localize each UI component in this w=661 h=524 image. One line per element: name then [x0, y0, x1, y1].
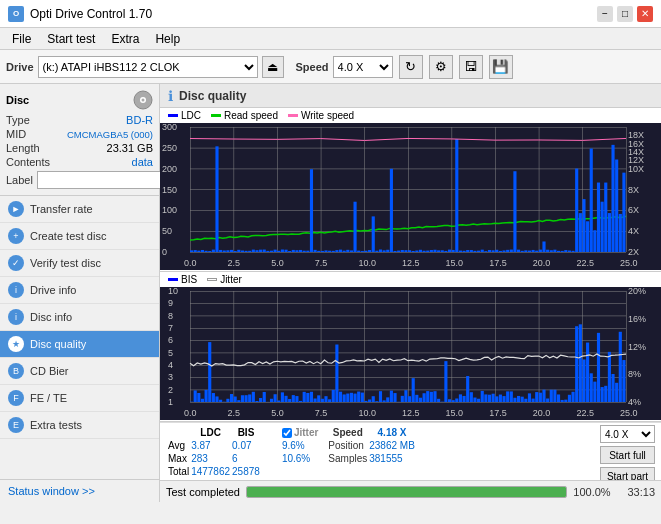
disc-quality-icon-header: ℹ [168, 88, 173, 104]
ldc-header: LDC [191, 427, 230, 438]
samples-label: Samples [320, 453, 367, 464]
disc-mid-row: MID CMCMAGBA5 (000) [6, 128, 153, 140]
write-color [288, 114, 298, 117]
speed-select[interactable]: 4.0 X [333, 56, 393, 78]
main-content: ℹ Disc quality LDC Read speed [160, 84, 661, 502]
sidebar-item-fe-te[interactable]: F FE / TE [0, 385, 159, 412]
total-bis: 25878 [232, 466, 260, 477]
total-ldc: 1477862 [191, 466, 230, 477]
titlebar-controls: − □ ✕ [597, 6, 653, 22]
maximize-button[interactable]: □ [617, 6, 633, 22]
titlebar-left: O Opti Drive Control 1.70 [8, 6, 152, 22]
main-area: Disc Type BD-R MID CMCMAGBA5 (000) Lengt… [0, 84, 661, 502]
sidebar-item-disc-quality[interactable]: ★ Disc quality [0, 331, 159, 358]
avg-row: Avg 3.87 0.07 9.6% Position 23862 MB [168, 440, 415, 451]
legend-jitter: Jitter [207, 274, 242, 285]
drive-select[interactable]: (k:) ATAPI iHBS112 2 CLOK [38, 56, 258, 78]
menu-start-test[interactable]: Start test [39, 30, 103, 48]
disc-info-icon: i [8, 309, 24, 325]
speed-label: Speed [296, 61, 329, 73]
sidebar-item-transfer-rate[interactable]: ► Transfer rate [0, 196, 159, 223]
action-buttons: 4.0 X Start full Start part [600, 425, 655, 485]
config-button1[interactable]: ⚙ [429, 55, 453, 79]
status-window-label: Status window >> [8, 485, 95, 497]
config-button2[interactable]: 🖫 [459, 55, 483, 79]
speed-header-label: Speed [320, 427, 367, 438]
max-bis: 6 [232, 453, 260, 464]
menu-file[interactable]: File [4, 30, 39, 48]
status-text: Test completed [166, 486, 240, 498]
disc-label-row: Label 🔍 [6, 171, 153, 189]
legend-write: Write speed [288, 110, 354, 121]
disc-contents-value: data [132, 156, 153, 168]
speed-row: 4.0 X [600, 425, 655, 443]
menu-extra[interactable]: Extra [103, 30, 147, 48]
bis-color [168, 278, 178, 281]
disc-label-input[interactable] [37, 171, 170, 189]
progress-percent: 100.0% [573, 486, 611, 498]
charts-area: LDC Read speed Write speed [160, 108, 661, 422]
disc-length-row: Length 23.31 GB [6, 142, 153, 154]
max-row: Max 283 6 10.6% Samples 381555 [168, 453, 415, 464]
svg-point-2 [142, 99, 145, 102]
sidebar-item-create-test-disc[interactable]: + Create test disc [0, 223, 159, 250]
minimize-button[interactable]: − [597, 6, 613, 22]
jitter-header: Jitter [282, 427, 318, 438]
chart2-legend: BIS Jitter [160, 272, 661, 287]
jitter-checkbox[interactable] [282, 428, 292, 438]
menu-help[interactable]: Help [147, 30, 188, 48]
max-ldc: 283 [191, 453, 230, 464]
sidebar-item-drive-info[interactable]: i Drive info [0, 277, 159, 304]
close-button[interactable]: ✕ [637, 6, 653, 22]
time-display: 33:13 [617, 486, 655, 498]
drivebar: Drive (k:) ATAPI iHBS112 2 CLOK ⏏ Speed … [0, 50, 661, 84]
legend-read: Read speed [211, 110, 278, 121]
drive-label: Drive [6, 61, 34, 73]
data-table-area: LDC BIS Jitter Speed 4.18 X Avg 3.87 [160, 422, 661, 480]
max-jitter: 10.6% [282, 453, 318, 464]
progress-fill [247, 487, 566, 497]
chart2-container: BIS Jitter [160, 272, 661, 422]
avg-bis: 0.07 [232, 440, 260, 451]
sidebar-item-disc-info[interactable]: i Disc info [0, 304, 159, 331]
disc-type-row: Type BD-R [6, 114, 153, 126]
samples-val: 381555 [369, 453, 415, 464]
sidebar: Disc Type BD-R MID CMCMAGBA5 (000) Lengt… [0, 84, 160, 502]
start-full-button[interactable]: Start full [600, 446, 655, 464]
avg-ldc: 3.87 [191, 440, 230, 451]
stats-table: LDC BIS Jitter Speed 4.18 X Avg 3.87 [166, 425, 417, 479]
speed-dropdown[interactable]: 4.0 X [600, 425, 655, 443]
ldc-chart [160, 123, 661, 270]
menubar: File Start test Extra Help [0, 28, 661, 50]
sidebar-item-cd-bier[interactable]: B CD Bier [0, 358, 159, 385]
disc-section: Disc Type BD-R MID CMCMAGBA5 (000) Lengt… [0, 84, 159, 196]
bis-chart [160, 287, 661, 420]
disc-length-value: 23.31 GB [107, 142, 153, 154]
extra-tests-icon: E [8, 417, 24, 433]
bottombar: Test completed 100.0% 33:13 [160, 480, 661, 502]
sidebar-item-extra-tests[interactable]: E Extra tests [0, 412, 159, 439]
chart1-container: LDC Read speed Write speed [160, 108, 661, 272]
position-val: 23862 MB [369, 440, 415, 451]
transfer-rate-icon: ► [8, 201, 24, 217]
bis-header: BIS [232, 427, 260, 438]
titlebar: O Opti Drive Control 1.70 − □ ✕ [0, 0, 661, 28]
save-button[interactable]: 💾 [489, 55, 513, 79]
disc-header: Disc [6, 90, 153, 110]
app-title: Opti Drive Control 1.70 [30, 7, 152, 21]
verify-test-icon: ✓ [8, 255, 24, 271]
drive-info-icon: i [8, 282, 24, 298]
refresh-button[interactable]: ↻ [399, 55, 423, 79]
disc-mid-value: CMCMAGBA5 (000) [67, 129, 153, 140]
status-window-link[interactable]: Status window >> [0, 479, 159, 502]
fe-te-icon: F [8, 390, 24, 406]
disc-quality-header: ℹ Disc quality [160, 84, 661, 108]
app-icon: O [8, 6, 24, 22]
disc-quality-title: Disc quality [179, 89, 246, 103]
cd-bier-icon: B [8, 363, 24, 379]
create-test-icon: + [8, 228, 24, 244]
legend-bis: BIS [168, 274, 197, 285]
sidebar-item-verify-test-disc[interactable]: ✓ Verify test disc [0, 250, 159, 277]
read-color [211, 114, 221, 117]
eject-button[interactable]: ⏏ [262, 56, 284, 78]
